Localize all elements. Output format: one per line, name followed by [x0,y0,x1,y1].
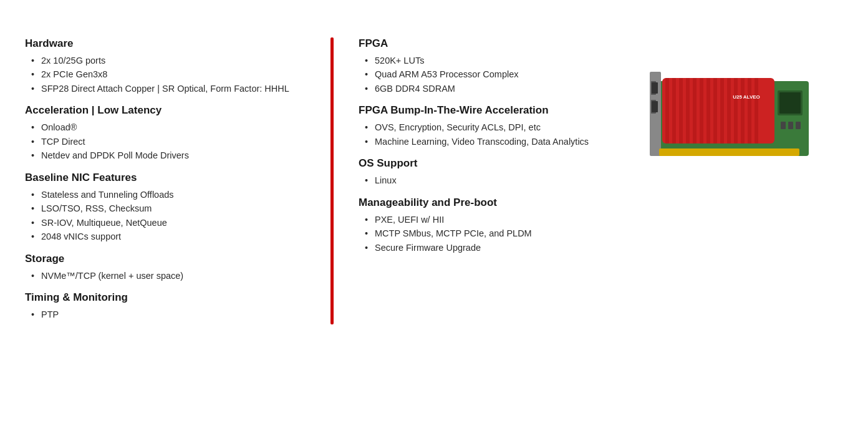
left-section-heading-2: Baseline NIC Features [25,172,299,184]
right-section-heading-0: FPGA [359,37,644,50]
right-section-list-3: PXE, UEFI w/ HIIMCTP SMbus, MCTP PCIe, a… [365,213,644,255]
svg-rect-2 [665,78,669,143]
page: Hardware2x 10/25G ports2x PCIe Gen3x8SFP… [0,0,868,428]
left-section-heading-1: Acceleration | Low Latency [25,104,299,117]
svg-rect-15 [755,78,758,143]
svg-rect-12 [734,78,738,143]
left-section-list-2: Stateless and Tunneling OffloadsLSO/TSO,… [31,188,299,244]
svg-rect-4 [679,78,683,143]
svg-rect-9 [713,78,717,143]
left-list-item: SFP28 Direct Attach Copper | SR Optical,… [31,82,299,95]
right-list-item: 6GB DDR4 SDRAM [365,82,644,95]
svg-rect-13 [741,78,745,143]
svg-text:U25 ALVEO: U25 ALVEO [733,94,760,100]
left-list-item: TCP Direct [31,135,299,148]
left-section-list-4: PTP [31,308,299,321]
right-list-item: Quad ARM A53 Processor Complex [365,67,644,81]
left-column: Hardware2x 10/25G ports2x PCIe Gen3x8SFP… [25,37,312,324]
right-column: FPGA520K+ LUTsQuad ARM A53 Processor Com… [352,37,843,324]
svg-rect-8 [706,78,710,143]
nic-card-svg: U25 ALVEO [650,44,837,162]
svg-rect-27 [796,122,801,129]
card-image: U25 ALVEO [644,37,843,257]
svg-rect-10 [720,78,724,143]
right-section-list-1: OVS, Encryption, Security ACLs, DPI, etc… [365,120,644,148]
right-section-heading-3: Manageability and Pre-boot [359,197,644,209]
left-list-item: 2x 10/25G ports [31,54,299,67]
right-text: FPGA520K+ LUTsQuad ARM A53 Processor Com… [359,37,644,257]
left-section-list-3: NVMe™/TCP (kernel + user space) [31,269,299,283]
svg-rect-5 [686,78,690,143]
right-section-list-0: 520K+ LUTsQuad ARM A53 Processor Complex… [365,54,644,95]
right-section-heading-2: OS Support [359,157,644,170]
left-section-heading-3: Storage [25,253,299,265]
svg-rect-6 [693,78,697,143]
left-list-item: Netdev and DPDK Poll Mode Drivers [31,148,299,162]
svg-rect-3 [672,78,676,143]
svg-rect-14 [748,78,751,143]
left-list-item: NVMe™/TCP (kernel + user space) [31,269,299,283]
divider [330,37,334,324]
left-list-item: Onload® [31,120,299,134]
svg-rect-21 [652,101,658,112]
svg-rect-20 [652,82,658,94]
right-list-item: OVS, Encryption, Security ACLs, DPI, etc [365,120,644,134]
right-list-item: Machine Learning, Video Transcoding, Dat… [365,135,644,148]
right-list-item: Secure Firmware Upgrade [365,241,644,255]
svg-rect-22 [659,148,799,156]
svg-rect-7 [700,78,703,143]
left-section-list-1: Onload®TCP DirectNetdev and DPDK Poll Mo… [31,120,299,162]
right-list-item: 520K+ LUTs [365,54,644,67]
left-section-heading-4: Timing & Monitoring [25,291,299,304]
right-section-heading-1: FPGA Bump-In-The-Wire Acceleration [359,104,644,117]
left-section-heading-0: Hardware [25,37,299,50]
right-list-item: MCTP SMbus, MCTP PCIe, and PLDM [365,226,644,240]
svg-rect-26 [788,122,793,129]
left-list-item: SR-IOV, Multiqueue, NetQueue [31,216,299,230]
left-list-item: LSO/TSO, RSS, Checksum [31,202,299,215]
right-section-list-2: Linux [365,173,644,187]
svg-rect-11 [727,78,731,143]
left-list-item: PTP [31,308,299,321]
svg-rect-25 [781,122,786,129]
left-list-item: Stateless and Tunneling Offloads [31,188,299,202]
right-content-row: FPGA520K+ LUTsQuad ARM A53 Processor Com… [359,37,843,257]
left-list-item: 2x PCIe Gen3x8 [31,67,299,81]
svg-rect-24 [779,92,801,114]
content-area: Hardware2x 10/25G ports2x PCIe Gen3x8SFP… [25,37,843,324]
left-section-list-0: 2x 10/25G ports2x PCIe Gen3x8SFP28 Direc… [31,54,299,95]
left-list-item: 2048 vNICs support [31,230,299,243]
right-list-item: Linux [365,173,644,187]
right-list-item: PXE, UEFI w/ HII [365,213,644,226]
